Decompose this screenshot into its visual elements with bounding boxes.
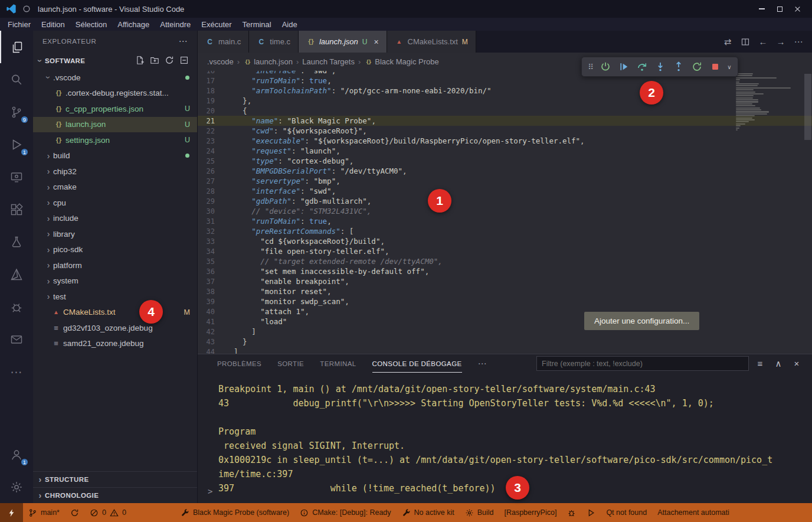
status-cmake-kit[interactable]: No active kit <box>397 503 460 522</box>
panel-tab-console-de-de-bogage[interactable]: CONSOLE DE DÉBOGAGE <box>372 354 462 373</box>
navigate-back-button[interactable]: ← <box>755 34 771 50</box>
status-qt-status[interactable]: Qt not found <box>601 503 652 522</box>
tree-item-library[interactable]: ›library <box>33 226 197 242</box>
activity-packages[interactable] <box>0 323 33 355</box>
status-cmake-status[interactable]: CMake: [Debug]: Ready <box>294 503 396 522</box>
open-changes-button[interactable]: ⇄ <box>720 34 735 50</box>
debug-console[interactable]: Breakpoint 1, main () at /mnt/data/git/o… <box>198 373 812 503</box>
debug-step-out-button[interactable] <box>670 58 687 75</box>
tree-item-test[interactable]: ›test <box>33 289 197 305</box>
debug-drag-handle[interactable]: ⠿ <box>586 58 595 75</box>
section-header-software[interactable]: › SOFTWARE <box>33 52 197 70</box>
tab-time.c[interactable]: Ctime.c <box>249 31 299 53</box>
add-configuration-button[interactable]: Ajouter une configuration... <box>584 312 699 330</box>
debug-step-over-button[interactable] <box>634 58 650 75</box>
panel-close-button[interactable]: × <box>790 356 804 370</box>
activity-extensions[interactable] <box>0 193 33 226</box>
tree-item-CMakeLists.txt[interactable]: ▲CMakeLists.txtM <box>33 305 197 321</box>
debug-stop-button[interactable] <box>707 58 723 75</box>
debug-continue-button[interactable] <box>615 58 632 75</box>
explorer-more-icon[interactable]: ⋯ <box>178 36 188 47</box>
tree-item-c_cpp_properties.json[interactable]: {}c_cpp_properties.jsonU <box>33 101 197 117</box>
status-sync-changes[interactable] <box>65 503 84 522</box>
debug-power-button[interactable] <box>597 58 614 75</box>
tab-launch.json[interactable]: {}launch.jsonU× <box>299 31 387 53</box>
tree-item-include[interactable]: ›include <box>33 211 197 227</box>
panel-maximize-button[interactable]: ∧ <box>771 357 785 371</box>
output-filter-button[interactable]: ≡ <box>753 356 767 370</box>
status-cmake-target[interactable]: [RaspberryPico] <box>499 503 562 522</box>
editor-more-button[interactable]: ⋯ <box>791 34 806 50</box>
new-folder-button[interactable] <box>150 56 159 66</box>
tab-main.c[interactable]: Cmain.c <box>198 31 249 53</box>
menu-executer[interactable]: Exécuter <box>196 18 237 31</box>
status-cmake-build[interactable]: Build <box>460 503 499 522</box>
maximize-button[interactable] <box>771 0 788 18</box>
tree-item-gd32vf103_ozone.jdebug[interactable]: ≡gd32vf103_ozone.jdebug <box>33 320 197 336</box>
activity-testing[interactable] <box>0 226 33 258</box>
activity-more[interactable]: ⋯ <box>0 355 33 388</box>
console-prompt[interactable]: > <box>208 484 212 498</box>
activity-run-debug[interactable]: 1 <box>0 128 33 161</box>
new-file-button[interactable] <box>135 56 145 66</box>
collapse-folders-button[interactable] <box>179 56 189 66</box>
tree-item-cpu[interactable]: ›cpu <box>33 195 197 211</box>
status-problems[interactable]: 00 <box>84 503 132 522</box>
activity-explorer[interactable] <box>0 31 33 63</box>
tree-item-system[interactable]: ›system <box>33 273 197 289</box>
close-tab-icon[interactable]: × <box>374 37 378 47</box>
breadcrumb-item[interactable]: {}launch.json <box>243 57 293 66</box>
tree-item-chip32[interactable]: ›chip32 <box>33 164 197 180</box>
status-git-branch[interactable]: main* <box>23 503 65 522</box>
menu-terminal[interactable]: Terminal <box>237 18 277 31</box>
status-remote-indicator[interactable] <box>0 503 23 522</box>
code-editor[interactable]: 16 "interface": "swd",17 "runToMain": tr… <box>198 71 812 354</box>
activity-settings[interactable] <box>0 471 33 503</box>
tree-item-.vscode[interactable]: ›.vscode <box>33 70 197 86</box>
menu-edition[interactable]: Edition <box>36 18 70 31</box>
editor-scrollbar[interactable] <box>804 74 811 140</box>
menu-aide[interactable]: Aide <box>277 18 303 31</box>
activity-source-control[interactable]: 9 <box>0 96 33 128</box>
refresh-explorer-button[interactable] <box>165 56 174 66</box>
activity-search[interactable] <box>0 63 33 96</box>
breadcrumb-item[interactable]: .vscode <box>207 57 234 66</box>
status-cmake-debug[interactable] <box>562 503 581 522</box>
panel-tab-terminal[interactable]: TERMINAL <box>320 354 356 373</box>
tab-CMakeLists.txt[interactable]: ▲CMakeLists.txtM <box>387 31 476 53</box>
navigate-forward-button[interactable]: → <box>773 34 788 50</box>
menu-selection[interactable]: Sélection <box>70 18 112 31</box>
tree-item-launch.json[interactable]: {}launch.jsonU <box>33 117 197 133</box>
activity-account[interactable]: 1 <box>0 438 33 471</box>
debug-restart-button[interactable] <box>689 58 705 75</box>
panel-more-icon[interactable]: ⋯ <box>478 358 487 369</box>
debug-stop-dropdown-icon[interactable]: ∨ <box>725 58 734 75</box>
breadcrumb-item[interactable]: Launch Targets <box>302 57 355 66</box>
console-filter-input[interactable] <box>536 356 749 371</box>
activity-cmake[interactable] <box>0 258 33 291</box>
menu-atteindre[interactable]: Atteindre <box>155 18 196 31</box>
tree-item-build[interactable]: ›build <box>33 148 197 164</box>
menu-affichage[interactable]: Affichage <box>112 18 155 31</box>
panel-tab-sortie[interactable]: SORTIE <box>277 354 304 373</box>
section-structure[interactable]: ›STRUCTURE <box>33 471 197 487</box>
split-editor-button[interactable] <box>738 34 753 50</box>
status-auto-attach[interactable]: Attachement automati <box>652 503 735 522</box>
status-debug-launch-config[interactable]: Black Magic Probe (software) <box>175 503 294 522</box>
tree-item-pico-sdk[interactable]: ›pico-sdk <box>33 242 197 258</box>
activity-remote-explorer[interactable] <box>0 161 33 193</box>
menu-fichier[interactable]: Fichier <box>2 18 36 31</box>
tree-item-cmake[interactable]: ›cmake <box>33 180 197 195</box>
section-chronologie[interactable]: ›CHRONOLOGIE <box>33 487 197 503</box>
debug-step-into-button[interactable] <box>652 58 669 75</box>
tree-item-.cortex-debug.registers.stat...[interactable]: {}.cortex-debug.registers.stat... <box>33 86 197 102</box>
breadcrumb-item[interactable]: {}Black Magic Probe <box>364 57 438 66</box>
minimize-button[interactable] <box>753 0 771 18</box>
activity-bug-tool[interactable] <box>0 291 33 323</box>
tree-item-settings.json[interactable]: {}settings.jsonU <box>33 132 197 148</box>
close-button[interactable] <box>788 0 806 18</box>
tree-item-samd21_ozone.jdebug[interactable]: ≡samd21_ozone.jdebug <box>33 336 197 352</box>
tree-item-platform[interactable]: ›platform <box>33 257 197 273</box>
panel-tab-proble-mes[interactable]: PROBLÈMES <box>217 354 261 373</box>
status-cmake-launch[interactable] <box>581 503 601 522</box>
